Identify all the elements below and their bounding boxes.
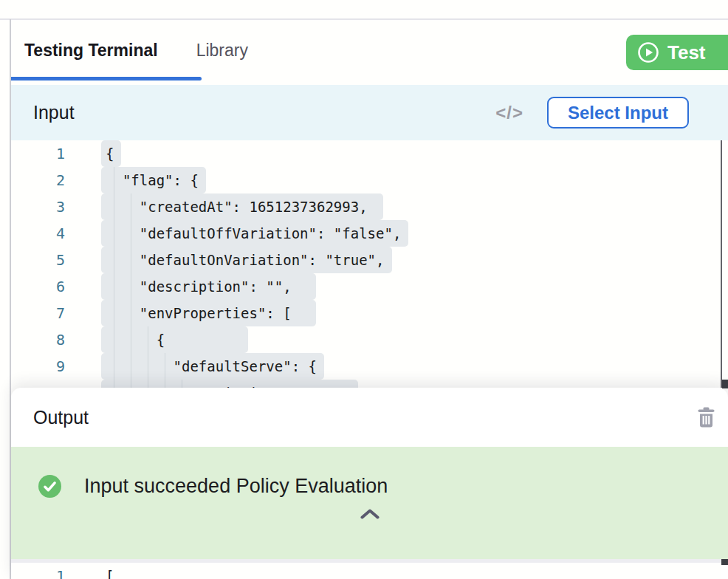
collapse-chevron-icon[interactable] [360,508,380,520]
code-line-content[interactable]: "envProperties": [ [65,300,721,326]
success-banner-row: Input succeeded Policy Evaluation [38,475,728,498]
select-input-button[interactable]: Select Input [547,97,689,129]
code-line-content[interactable]: { [65,140,721,167]
input-code-editor[interactable]: 1{2 "flag": {3 "createdAt": 165123736299… [11,140,721,388]
selected-text: "description": "", [101,273,316,300]
line-number: 6 [11,273,65,300]
indent-guide [148,380,148,388]
selected-text: "createdAt": 1651237362993, [101,193,383,220]
play-icon [636,41,660,64]
indent-guide [148,326,148,353]
output-code-editor[interactable]: 1[ [11,563,721,579]
success-banner: Input succeeded Policy Evaluation [11,447,728,559]
selected-text: "defaultServe": { [101,353,324,380]
code-line[interactable]: 3 "createdAt": 1651237362993, [11,193,721,220]
code-line[interactable]: 6 "description": "", [11,273,721,300]
line-number: 3 [11,193,65,220]
code-line-content[interactable]: "description": "", [65,273,721,300]
line-number: 1 [11,140,65,167]
code-line-content[interactable]: "variation": "true" [65,380,721,388]
indent-guide [131,300,131,326]
line-number: 10 [11,380,65,388]
code-icon[interactable]: </> [495,103,523,123]
code-line-content[interactable]: "defaultOffVariation": "false", [65,220,721,247]
code-line[interactable]: 5 "defaultOnVariation": "true", [11,247,721,273]
line-number: 5 [11,247,65,273]
code-line-content[interactable]: "defaultServe": { [65,353,721,380]
indent-guide [131,247,131,273]
tab-testing-terminal[interactable]: Testing Terminal [24,41,158,61]
input-title: Input [33,102,75,123]
code-line-content[interactable]: [ [65,563,721,579]
line-number: 7 [11,300,65,326]
line-number: 8 [11,326,65,353]
line-number: 9 [11,353,65,380]
code-line[interactable]: 4 "defaultOffVariation": "false", [11,220,721,247]
selected-text: { [101,326,248,353]
output-title: Output [33,407,89,428]
indent-guide [114,300,114,326]
indent-guide [148,353,148,380]
indent-guide [114,193,114,220]
indent-guide [131,193,131,220]
indent-guide [114,167,114,193]
output-editor-scrollbar-thumb[interactable] [721,559,728,565]
indent-guide [131,273,131,300]
indent-guide [114,273,114,300]
input-editor-scrollbar-track[interactable] [721,140,722,388]
output-panel: Output [11,388,728,579]
test-button[interactable]: Test [626,35,728,70]
indent-guide [182,380,182,388]
code-line-content[interactable]: "defaultOnVariation": "true", [65,247,721,273]
indent-guide [131,326,131,353]
indent-guide [165,353,165,380]
line-number: 2 [11,167,65,193]
selected-text: "defaultOffVariation": "false", [101,220,408,247]
code-line-content[interactable]: "createdAt": 1651237362993, [65,193,721,220]
indent-guide [165,380,165,388]
success-message: Input succeeded Policy Evaluation [84,475,388,498]
indent-guide [114,247,114,273]
output-section-header: Output [11,388,728,447]
selected-text: "envProperties": [ [101,300,316,326]
indent-guide [114,326,114,353]
code-line[interactable]: 8 { [11,326,721,353]
code-line[interactable]: 7 "envProperties": [ [11,300,721,326]
code-line-content[interactable]: { [65,326,721,353]
success-check-icon [38,475,61,498]
code-line[interactable]: 1[ [11,563,721,579]
selected-text: "flag": { [101,167,206,193]
code-line[interactable]: 10 "variation": "true" [11,380,721,388]
line-number: 1 [11,563,65,579]
code-line[interactable]: 9 "defaultServe": { [11,353,721,380]
selected-text: "variation": "true" [101,380,358,388]
testing-terminal-screen: Testing Terminal Library Test Input </> … [0,0,728,579]
indent-guide [131,220,131,247]
indent-guide [131,353,131,380]
trash-icon[interactable] [696,406,716,428]
indent-guide [131,380,131,388]
indent-guide [114,220,114,247]
line-number: 4 [11,220,65,247]
code-line[interactable]: 2 "flag": { [11,167,721,193]
input-section-header: Input </> Select Input [11,85,728,140]
indent-guide [114,353,114,380]
tab-library[interactable]: Library [196,41,248,61]
selected-text: { [101,140,121,167]
code-line-content[interactable]: "flag": { [65,167,721,193]
tab-bar: Testing Terminal Library Test [11,20,728,81]
active-tab-underline [11,77,202,80]
test-button-label: Test [667,41,706,64]
indent-guide [114,380,114,388]
selected-text: "defaultOnVariation": "true", [101,247,392,273]
code-line[interactable]: 1{ [11,140,721,167]
